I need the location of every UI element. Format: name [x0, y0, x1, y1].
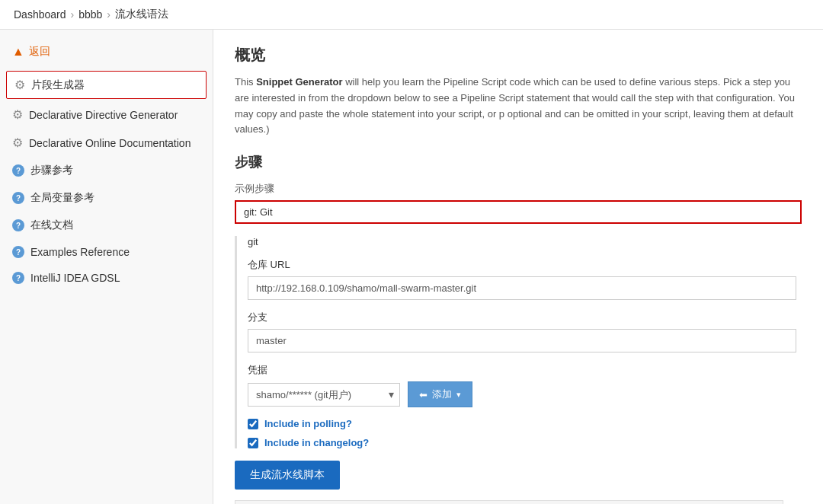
help-icon-intellij: ?	[12, 272, 24, 284]
changelog-checkbox[interactable]	[248, 438, 258, 448]
credentials-label: 凭据	[248, 363, 802, 377]
code-output: git credentialsId: '4c1003ef-ac70-4271-8…	[235, 500, 783, 504]
overview-text: This Snippet Generator will help you lea…	[235, 75, 802, 138]
sidebar-label-global-var: 全局变量参考	[30, 191, 94, 205]
add-button-label: 添加	[432, 388, 452, 401]
changelog-label: Include in changelog?	[264, 437, 369, 448]
polling-checkbox[interactable]	[248, 419, 258, 429]
git-label: git	[248, 236, 802, 247]
gear-icon-snippet: ⚙	[14, 78, 25, 92]
main-content: 概览 This Snippet Generator will help you …	[213, 30, 823, 504]
add-credentials-button[interactable]: ⬅ 添加 ▾	[408, 381, 472, 407]
sidebar-label-online-docs: 在线文档	[30, 219, 73, 232]
gear-icon-docs: ⚙	[12, 136, 23, 150]
branch-row: 分支	[248, 311, 802, 352]
add-dropdown-arrow: ▾	[456, 390, 461, 400]
help-icon-step: ?	[12, 164, 24, 177]
gear-icon-directive: ⚙	[12, 107, 23, 122]
sidebar-label-docs: Declarative Online Documentation	[29, 137, 191, 149]
sidebar-item-declarative-docs[interactable]: ⚙ Declarative Online Documentation	[0, 129, 213, 157]
credentials-row: 凭据 shamo/****** (git用户) ⬅ 添加 ▾	[248, 363, 802, 407]
main-layout: ▲ 返回 ⚙ 片段生成器 ⚙ Declarative Directive Gen…	[0, 30, 823, 504]
sidebar-label-snippet: 片段生成器	[31, 78, 85, 92]
sidebar-label-directive: Declarative Directive Generator	[29, 109, 178, 121]
credentials-select-wrapper: shamo/****** (git用户)	[248, 383, 400, 407]
example-step-label: 示例步骤	[235, 182, 802, 196]
repo-url-input[interactable]	[248, 276, 796, 300]
example-step-select[interactable]: git: Git	[235, 200, 802, 224]
generate-button[interactable]: 生成流水线脚本	[235, 461, 340, 490]
overview-title: 概览	[235, 45, 802, 65]
sidebar-label-step-ref: 步骤参考	[30, 164, 73, 177]
branch-input[interactable]	[248, 329, 796, 352]
sidebar-item-online-docs[interactable]: ? 在线文档	[0, 212, 213, 239]
credentials-select[interactable]: shamo/****** (git用户)	[248, 383, 400, 407]
repo-url-label: 仓库 URL	[248, 258, 802, 272]
polling-label: Include in polling?	[264, 418, 352, 429]
form-section: git 仓库 URL 分支 凭据 shamo/****** (git用户)	[235, 236, 802, 448]
snippet-generator-bold: Snippet Generator	[256, 76, 342, 88]
polling-checkbox-row: Include in polling?	[248, 418, 802, 429]
breadcrumb-bbbb[interactable]: bbbb	[78, 8, 102, 21]
breadcrumb-dashboard[interactable]: Dashboard	[14, 8, 66, 21]
sidebar-item-intellij[interactable]: ? IntelliJ IDEA GDSL	[0, 265, 213, 291]
sidebar-item-step-reference[interactable]: ? 步骤参考	[0, 157, 213, 184]
sidebar: ▲ 返回 ⚙ 片段生成器 ⚙ Declarative Directive Gen…	[0, 30, 213, 504]
breadcrumb-bar: Dashboard › bbbb › 流水线语法	[0, 0, 823, 30]
sidebar-item-examples-ref[interactable]: ? Examples Reference	[0, 239, 213, 265]
back-arrow-icon: ▲	[12, 45, 24, 59]
repo-url-row: 仓库 URL	[248, 258, 802, 300]
breadcrumb-sep-1: ›	[71, 8, 75, 21]
sidebar-item-global-var[interactable]: ? 全局变量参考	[0, 184, 213, 212]
breadcrumb-pipeline[interactable]: 流水线语法	[115, 8, 168, 21]
help-icon-online: ?	[12, 219, 24, 231]
git-label-row: git	[248, 236, 802, 247]
sidebar-label-examples: Examples Reference	[30, 246, 130, 258]
help-icon-global: ?	[12, 192, 24, 204]
sidebar-item-snippet-generator[interactable]: ⚙ 片段生成器	[6, 71, 207, 99]
add-icon: ⬅	[419, 389, 428, 400]
steps-title: 步骤	[235, 153, 802, 171]
example-step-group: 示例步骤 git: Git	[235, 182, 802, 224]
help-icon-examples: ?	[12, 246, 24, 258]
back-label: 返回	[29, 45, 50, 59]
credentials-select-row: shamo/****** (git用户) ⬅ 添加 ▾	[248, 381, 802, 407]
branch-label: 分支	[248, 311, 802, 324]
changelog-checkbox-row: Include in changelog?	[248, 437, 802, 448]
sidebar-label-intellij: IntelliJ IDEA GDSL	[30, 272, 120, 284]
sidebar-item-declarative-directive[interactable]: ⚙ Declarative Directive Generator	[0, 100, 213, 129]
back-button[interactable]: ▲ 返回	[0, 37, 213, 69]
breadcrumb-sep-2: ›	[107, 8, 110, 21]
